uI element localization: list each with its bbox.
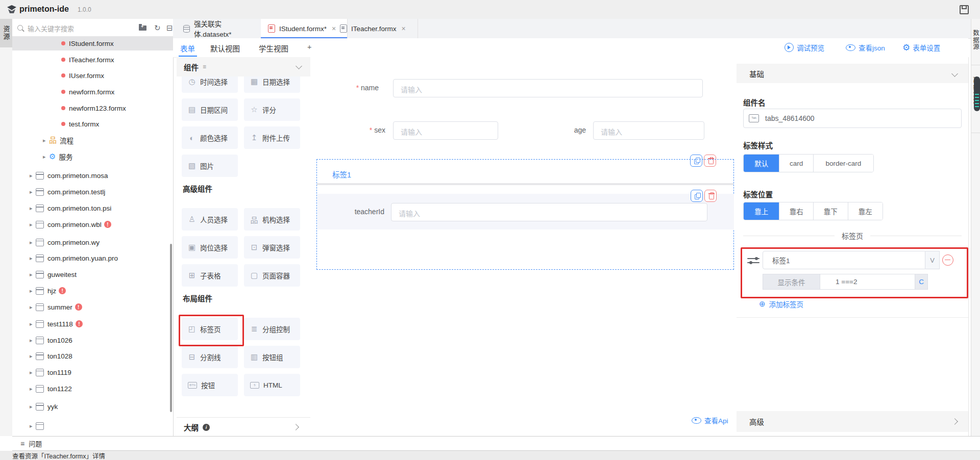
style-border-card-button[interactable]: border-card — [813, 155, 873, 172]
expand-arrow-icon[interactable]: ▸ — [30, 221, 35, 228]
expand-arrow-icon[interactable]: ▸ — [30, 255, 35, 262]
view-json-button[interactable]: 查看json — [846, 42, 885, 53]
tree-item[interactable]: newform.formx — [12, 85, 174, 99]
outline-section[interactable]: 大纲 i — [177, 417, 310, 436]
expand-arrow-icon[interactable]: ▸ — [30, 271, 35, 278]
tree-item-package[interactable]: ▸yyk — [12, 399, 174, 414]
palette-tile-group[interactable]: ≣分组控制 — [244, 318, 300, 340]
add-tab-link[interactable]: ⊕添加标签页 — [759, 299, 803, 309]
tree-scrollbar[interactable] — [170, 244, 172, 412]
tree-item-package[interactable]: ▸ton1028 — [12, 349, 174, 363]
expand-arrow-icon[interactable]: ▸ — [30, 189, 35, 195]
strip-scroll-pill[interactable] — [974, 76, 980, 111]
age-input[interactable]: 请输入 — [593, 121, 704, 140]
palette-tile-popup[interactable]: ⊡弹窗选择 — [244, 236, 300, 259]
name-input[interactable]: 请输入 — [393, 79, 703, 97]
delete-field-button[interactable] — [704, 190, 717, 202]
chevron-right-icon[interactable] — [951, 418, 958, 425]
expand-arrow-icon[interactable]: ▸ — [30, 403, 35, 410]
copy-field-button[interactable] — [691, 190, 703, 202]
tree-item[interactable]: test.formx — [12, 117, 174, 131]
chevron-down-icon[interactable] — [296, 63, 302, 69]
component-name-input[interactable]: Tab tabs_48614600 — [743, 109, 962, 128]
position-left-button[interactable]: 靠左 — [848, 202, 883, 220]
tree-item-package[interactable]: ▸summer! — [12, 300, 174, 314]
expand-arrow-icon[interactable]: ▸ — [30, 369, 35, 376]
tree-item-package[interactable]: ▸com.primeton.wbl! — [12, 217, 174, 232]
expand-arrow-icon[interactable]: ▸ — [30, 337, 35, 344]
activity-tab-resources[interactable]: 资源 — [0, 19, 12, 47]
tabs-component[interactable]: 标签1 teacherId 请输入 — [316, 159, 734, 270]
tree-item[interactable]: IUser.formx — [12, 68, 174, 83]
tree-item[interactable]: IStudent.formx — [12, 36, 174, 50]
palette-tile-post[interactable]: ▣岗位选择 — [182, 236, 238, 259]
tree-item-package[interactable]: ▸ton1119 — [12, 365, 174, 379]
strip-tab-datasource[interactable]: 数据源 — [971, 24, 980, 55]
palette-tile-subtable[interactable]: ⊞子表格 — [182, 264, 238, 287]
palette-tile-html[interactable]: 5HTML — [244, 374, 300, 396]
refresh-icon[interactable]: ↻ — [154, 24, 161, 32]
tree-item-service[interactable]: ▸⚙服务 — [12, 149, 174, 164]
tree-item-package[interactable]: ▸ton1122 — [12, 381, 174, 396]
tree-item-package[interactable]: ▸com.primeton.wy — [12, 235, 174, 249]
palette-tile-container[interactable]: ▢页面容器 — [244, 264, 300, 287]
palette-tile-button[interactable]: BTN按钮 — [182, 374, 238, 396]
add-view-button[interactable]: + — [307, 43, 311, 51]
tab-page-label[interactable]: 标签1 — [332, 169, 351, 180]
tree-item-package[interactable]: ▸hjz! — [12, 284, 174, 298]
save-icon[interactable] — [960, 5, 969, 14]
tree-item-package[interactable]: ▸ton1026 — [12, 333, 174, 347]
expand-arrow-icon[interactable]: ▸ — [43, 137, 48, 144]
tree-item-package[interactable]: ▸com.primeton.yuan.pro — [12, 251, 174, 265]
chevron-right-icon[interactable] — [292, 424, 299, 430]
editor-tab-iteacher[interactable]: ITeacher.formx × — [333, 19, 418, 38]
section-basic[interactable]: 基础 — [737, 64, 968, 83]
new-folder-icon[interactable] — [139, 25, 146, 31]
tree-item[interactable]: ITeacher.formx — [12, 53, 174, 67]
expand-arrow-icon[interactable]: ▸ — [30, 239, 35, 246]
palette-tile-rate[interactable]: ☆评分 — [244, 98, 300, 121]
collapse-all-icon[interactable]: ⊟ — [166, 24, 173, 32]
palette-tile-image[interactable]: ▧图片 — [182, 155, 238, 177]
palette-tile-color[interactable]: ◐颜色选择 — [182, 126, 238, 149]
palette-tile-org[interactable]: 品机构选择 — [244, 208, 300, 231]
expand-arrow-icon[interactable]: ▸ — [30, 386, 35, 392]
position-right-button[interactable]: 靠右 — [779, 202, 813, 220]
tree-item[interactable]: newform123.formx — [12, 101, 174, 115]
tree-item-package[interactable]: ▸com.primeton.mosa — [12, 168, 174, 183]
tab-default-view[interactable]: 默认视图 — [210, 43, 240, 54]
tree-item-package[interactable]: ▸com.primeton.ton.psi — [12, 201, 174, 215]
debug-preview-button[interactable]: 调试预览 — [785, 42, 824, 53]
tree-item-package[interactable]: ▸test1118! — [12, 317, 174, 331]
sex-input[interactable]: 请输入 — [393, 121, 498, 140]
teacherid-input[interactable]: 请输入 — [391, 203, 707, 221]
position-top-button[interactable]: 靠上 — [744, 202, 779, 220]
form-settings-button[interactable]: ⚙表单设置 — [902, 42, 940, 53]
expand-arrow-icon[interactable]: ▸ — [30, 304, 35, 311]
style-default-button[interactable]: 默认 — [744, 155, 779, 172]
expand-arrow-icon[interactable]: ▸ — [30, 321, 35, 327]
style-card-button[interactable]: card — [779, 155, 813, 172]
expand-arrow-icon[interactable]: ▸ — [30, 172, 35, 179]
palette-header[interactable]: 组件 ≡ — [177, 57, 310, 76]
tree-item-flow[interactable]: ▸品流程 — [12, 133, 174, 147]
expand-arrow-icon[interactable]: ▸ — [30, 353, 35, 360]
tree-item-package[interactable]: ▸com.primeton.testlj — [12, 185, 174, 199]
palette-tile-person[interactable]: ♙人员选择 — [182, 208, 238, 231]
palette-tile-upload[interactable]: ↥附件上传 — [244, 126, 300, 149]
view-api-link[interactable]: 查看Api — [692, 415, 728, 425]
palette-tile-daterange[interactable]: ▤日期区间 — [182, 98, 238, 121]
search-input[interactable] — [27, 22, 131, 35]
close-icon[interactable]: × — [402, 24, 406, 33]
chevron-down-icon[interactable] — [951, 70, 958, 77]
expand-arrow-icon[interactable]: ▸ — [30, 288, 35, 294]
problems-bar[interactable]: ≡ 问题 — [12, 436, 980, 451]
tree-item-package[interactable]: ▸guweitest — [12, 267, 174, 282]
palette-tile-divider[interactable]: ⊟分割线 — [182, 346, 238, 368]
palette-tile-buttongroup[interactable]: ▥按钮组 — [244, 346, 300, 368]
tab-student-view[interactable]: 学生视图 — [259, 43, 288, 54]
tab-form[interactable]: 表单 — [180, 43, 195, 54]
section-advanced[interactable]: 高级 — [737, 411, 968, 432]
tree-item-clipped[interactable]: ▸ — [12, 419, 174, 433]
expand-arrow-icon[interactable]: ▸ — [43, 154, 48, 160]
